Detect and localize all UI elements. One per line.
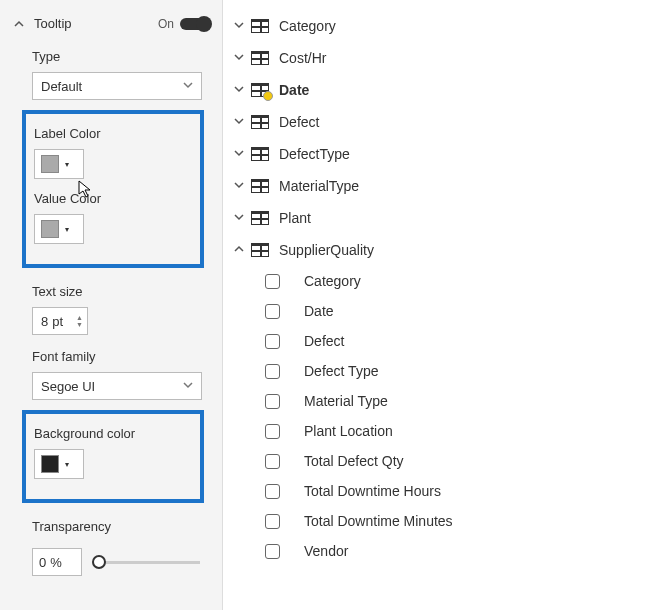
value-color-label: Value Color	[34, 191, 192, 206]
field-label: Defect	[304, 333, 344, 349]
field-row[interactable]: Defect	[223, 326, 648, 356]
type-dropdown[interactable]: Default	[32, 72, 202, 100]
background-color-picker[interactable]: ▾	[34, 449, 84, 479]
field-label: Material Type	[304, 393, 388, 409]
color-swatch	[41, 220, 59, 238]
field-label: Date	[304, 303, 334, 319]
transparency-label: Transparency	[32, 519, 200, 534]
chevron-down-icon[interactable]	[231, 51, 247, 65]
text-size-group: Text size 8 pt ▲▼	[0, 274, 222, 339]
label-color-label: Label Color	[34, 126, 192, 141]
field-row[interactable]: Plant Location	[223, 416, 648, 446]
text-size-label: Text size	[32, 284, 200, 299]
color-swatch	[41, 155, 59, 173]
chevron-down-icon[interactable]	[231, 179, 247, 193]
field-label: Category	[304, 273, 361, 289]
table-row[interactable]: Category	[223, 10, 648, 42]
transparency-unit: %	[50, 555, 62, 570]
table-row[interactable]: Cost/Hr	[223, 42, 648, 74]
field-checkbox[interactable]	[265, 304, 280, 319]
toggle-state-label: On	[158, 17, 174, 31]
font-family-group: Font family Segoe UI	[0, 339, 222, 404]
font-family-label: Font family	[32, 349, 200, 364]
color-swatch	[41, 455, 59, 473]
chevron-down-icon[interactable]	[231, 19, 247, 33]
table-label: Cost/Hr	[279, 50, 326, 66]
table-label: Defect	[279, 114, 319, 130]
table-row[interactable]: Date	[223, 74, 648, 106]
field-row[interactable]: Total Downtime Hours	[223, 476, 648, 506]
format-pane: Tooltip On Type Default Label Color ▾ Va…	[0, 0, 223, 610]
chevron-up-icon	[12, 17, 26, 31]
field-label: Total Defect Qty	[304, 453, 404, 469]
date-badge-icon	[263, 91, 273, 101]
field-checkbox[interactable]	[265, 454, 280, 469]
field-row[interactable]: Defect Type	[223, 356, 648, 386]
field-row[interactable]: Material Type	[223, 386, 648, 416]
type-label: Type	[32, 49, 200, 64]
chevron-down-icon[interactable]	[231, 83, 247, 97]
field-checkbox[interactable]	[265, 484, 280, 499]
table-row[interactable]: MaterialType	[223, 170, 648, 202]
field-checkbox[interactable]	[265, 514, 280, 529]
field-checkbox[interactable]	[265, 424, 280, 439]
value-color-picker[interactable]: ▾	[34, 214, 84, 244]
field-row[interactable]: Date	[223, 296, 648, 326]
field-checkbox[interactable]	[265, 334, 280, 349]
field-checkbox[interactable]	[265, 394, 280, 409]
table-row[interactable]: DefectType	[223, 138, 648, 170]
table-label: Category	[279, 18, 336, 34]
caret-down-icon: ▾	[65, 460, 69, 469]
table-row[interactable]: Plant	[223, 202, 648, 234]
table-label: Plant	[279, 210, 311, 226]
field-checkbox[interactable]	[265, 364, 280, 379]
table-label: SupplierQuality	[279, 242, 374, 258]
transparency-input[interactable]: 0 %	[32, 548, 82, 576]
table-label: MaterialType	[279, 178, 359, 194]
field-label: Defect Type	[304, 363, 378, 379]
table-label: DefectType	[279, 146, 350, 162]
chevron-down-icon[interactable]	[231, 115, 247, 129]
chevron-down-icon	[183, 80, 193, 92]
chevron-down-icon[interactable]	[231, 211, 247, 225]
tooltip-toggle[interactable]	[180, 18, 210, 30]
table-icon	[251, 243, 269, 257]
field-label: Plant Location	[304, 423, 393, 439]
chevron-down-icon	[183, 380, 193, 392]
chevron-up-icon[interactable]	[231, 243, 247, 257]
field-checkbox[interactable]	[265, 274, 280, 289]
field-label: Total Downtime Hours	[304, 483, 441, 499]
type-group: Type Default	[0, 39, 222, 104]
caret-down-icon: ▾	[65, 160, 69, 169]
table-icon	[251, 115, 269, 129]
field-checkbox[interactable]	[265, 544, 280, 559]
table-icon	[251, 83, 269, 97]
table-label: Date	[279, 82, 309, 98]
table-icon	[251, 51, 269, 65]
field-label: Vendor	[304, 543, 348, 559]
table-icon	[251, 211, 269, 225]
chevron-down-icon[interactable]	[231, 147, 247, 161]
tooltip-section-header[interactable]: Tooltip On	[0, 8, 222, 39]
background-highlight-box: Background color ▾	[22, 410, 204, 503]
caret-down-icon: ▾	[65, 225, 69, 234]
field-row[interactable]: Category	[223, 266, 648, 296]
tooltip-section-title: Tooltip	[34, 16, 158, 31]
field-label: Total Downtime Minutes	[304, 513, 453, 529]
transparency-slider[interactable]	[92, 561, 200, 564]
table-row[interactable]: Defect	[223, 106, 648, 138]
spinner-icon[interactable]: ▲▼	[76, 314, 83, 328]
transparency-value: 0	[39, 555, 46, 570]
text-size-input[interactable]: 8 pt ▲▼	[32, 307, 88, 335]
field-row[interactable]: Vendor	[223, 536, 648, 566]
field-row[interactable]: Total Defect Qty	[223, 446, 648, 476]
label-color-picker[interactable]: ▾	[34, 149, 84, 179]
text-size-value: 8	[41, 314, 48, 329]
transparency-group: Transparency 0 %	[0, 509, 222, 576]
field-row[interactable]: Total Downtime Minutes	[223, 506, 648, 536]
color-highlight-box: Label Color ▾ Value Color ▾	[22, 110, 204, 268]
background-color-label: Background color	[34, 426, 192, 441]
slider-handle[interactable]	[92, 555, 106, 569]
font-family-dropdown[interactable]: Segoe UI	[32, 372, 202, 400]
table-row[interactable]: SupplierQuality	[223, 234, 648, 266]
